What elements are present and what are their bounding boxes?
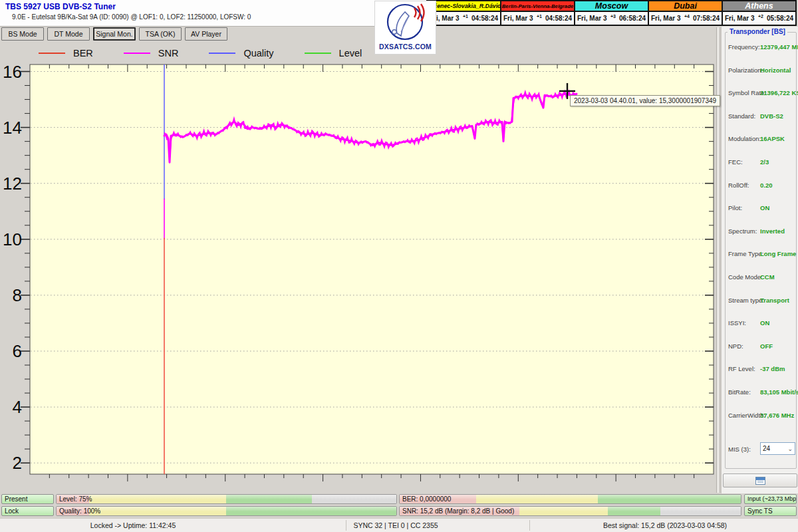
clock-dubai: DubaiFri, Mar 3+407:58:24 (648, 1, 722, 25)
field-label: Spectrum: (728, 227, 757, 235)
field-row: Frequency:12379,447 MHz (728, 43, 796, 66)
y-axis-label: 4 (13, 397, 22, 417)
field-row: Standard:DVB-S2 (728, 112, 796, 136)
field-row: Polarization:Horizontal (728, 66, 796, 90)
field-row: Code Mode:CCM (728, 273, 796, 297)
field-row: RollOff:0.20 (728, 182, 796, 205)
y-axis-label: 8 (13, 285, 22, 305)
field-row: Frame Type:Long Frame (728, 250, 796, 273)
chart-legend: BERSNRQualityLevel (39, 47, 392, 60)
field-value: 0.20 (760, 182, 773, 189)
clock-time: Fri, Mar 3+104:58:24 (501, 12, 574, 25)
clock-strip: Lučenec-Slovakia_R.DávidFri, Mar 3+104:5… (426, 0, 797, 26)
timezone-offset: +1 (463, 14, 468, 19)
quality-bar: Quality: 100% (56, 506, 397, 516)
bar-zone (312, 495, 396, 503)
tab-dt-mode[interactable]: DT Mode (47, 27, 90, 41)
clock-athens: AthensFri, Mar 3+205:58:24 (722, 1, 795, 25)
tab-tsa-ok[interactable]: TSA (OK) (139, 27, 182, 41)
field-value: Long Frame (760, 250, 796, 257)
field-row: Stream type:Transport (728, 297, 796, 320)
clock-value: 04:58:24 (545, 15, 572, 22)
bar-zone (608, 507, 661, 515)
clock-time: Fri, Mar 3+104:58:24 (428, 12, 500, 25)
field-value: DVB-S2 (760, 112, 783, 120)
clock-time: Fri, Mar 3+407:58:24 (649, 12, 722, 25)
tab-av-player[interactable]: AV Player (185, 27, 227, 41)
y-axis-label: 16 (3, 62, 22, 82)
chart-tooltip: 2023-03-03 04.40.01, value: 15,300000190… (570, 95, 720, 106)
signal-chart[interactable]: 246810121416 (0, 61, 717, 493)
clock-moscow: MoscowFri, Mar 3+306:58:24 (574, 1, 648, 25)
app-title: TBS 5927 USB DVB-S2 Tuner (5, 2, 116, 11)
field-row: Symbol Rate:31396,722 KS/s (728, 89, 796, 112)
field-row: FEC:2/3 (728, 158, 796, 182)
statusbar-divider (346, 520, 346, 531)
legend-line-quality (209, 53, 235, 54)
field-label: Stream type: (728, 297, 764, 304)
legend-line-snr (124, 53, 150, 54)
legend-item-level: Level (305, 48, 362, 59)
tuner-subtitle: 9.0E - Eutelsat 9B/Ka-Sat 9A (ID: 0090) … (12, 13, 251, 21)
field-value: Transport (760, 297, 789, 304)
field-label: FEC: (728, 158, 743, 166)
clock-city-label: Athens (723, 1, 795, 12)
present-indicator: Present (1, 494, 54, 504)
timezone-offset: +2 (758, 14, 763, 19)
field-row: NPD:OFF (728, 342, 796, 366)
field-label: Code Mode: (728, 273, 763, 281)
y-axis-label: 6 (13, 341, 22, 361)
plot-area (30, 65, 714, 474)
field-row: RF Level:-37 dBm (728, 365, 796, 388)
transponder-panel: Transponder [BS] Frequency:12379,447 MHz… (721, 27, 798, 493)
y-axis-label: 2 (13, 453, 22, 473)
status-bar: Locked -> Uptime: 11:42:45 SYNC 32 | TEI… (0, 518, 798, 532)
bar-zone (598, 495, 741, 503)
field-value: ON (760, 319, 769, 327)
legend-item-quality: Quality (209, 48, 273, 59)
field-label: ISSYI: (728, 319, 746, 327)
mis-dropdown[interactable]: 24 ⌄ (760, 442, 795, 455)
clock-city-label: Lučenec-Slovakia_R.Dávid (428, 1, 500, 12)
best-signal: Best signal: 15,2 dB (2023-03-03 04:58) (603, 521, 727, 529)
panel-toggle-button[interactable] (723, 473, 797, 487)
field-value: 83,105 Mbit/s (760, 388, 798, 396)
uptime-status: Locked -> Uptime: 11:42:45 (90, 521, 176, 529)
clock-date: Fri, Mar 3 (651, 15, 680, 22)
tab-bs-mode[interactable]: BS Mode (1, 27, 44, 41)
field-value: 2/3 (760, 158, 769, 166)
bar-zone (476, 495, 597, 503)
snr-bar-label: SNR: 15,2 dB (Margin: 8,2 dB | Good) (402, 507, 514, 516)
field-value: CCM (760, 273, 775, 281)
clock-city-label: Berlin-Paris-Vienna-Belgrade (501, 1, 574, 12)
field-label: RF Level: (728, 365, 755, 372)
field-value: -37 dBm (760, 365, 785, 372)
field-value: 37,676 MHz (760, 412, 794, 419)
clock-date: Fri, Mar 3 (577, 15, 606, 22)
timezone-offset: +1 (537, 14, 542, 19)
field-value: Inverted (760, 227, 785, 235)
legend-label: Quality (243, 48, 273, 59)
clock-berlin-paris-vienn: Berlin-Paris-Vienna-BelgradeFri, Mar 3+1… (500, 1, 574, 25)
clock-value: 04:58:24 (471, 15, 498, 22)
quality-bar-label: Quality: 100% (59, 507, 100, 516)
field-label: Polarization: (728, 66, 763, 74)
field-label: BitRate: (728, 388, 751, 396)
bar-zone (226, 507, 396, 515)
clock-city-label: Dubai (649, 1, 722, 12)
tab-signal-mon[interactable]: Signal Mon. (93, 27, 136, 41)
bar-zone (660, 507, 741, 515)
field-row: ISSYI:ON (728, 319, 796, 342)
sync-ts-indicator: Sync TS (744, 506, 797, 516)
legend-label: BER (73, 48, 93, 59)
bar-zone (519, 507, 608, 515)
level-bar: Level: 75% (56, 494, 397, 504)
dxsatcs-logo: DXSATCS.COM (374, 1, 436, 55)
sync-ts-label: Sync TS (747, 507, 773, 515)
clock-value: 06:58:24 (619, 15, 646, 22)
clock-value: 05:58:24 (767, 15, 793, 22)
present-label: Present (5, 495, 27, 503)
field-row: BitRate:83,105 Mbit/s (728, 388, 796, 412)
mis-label: MIS (3): (728, 446, 751, 453)
bar-zone (226, 495, 312, 503)
